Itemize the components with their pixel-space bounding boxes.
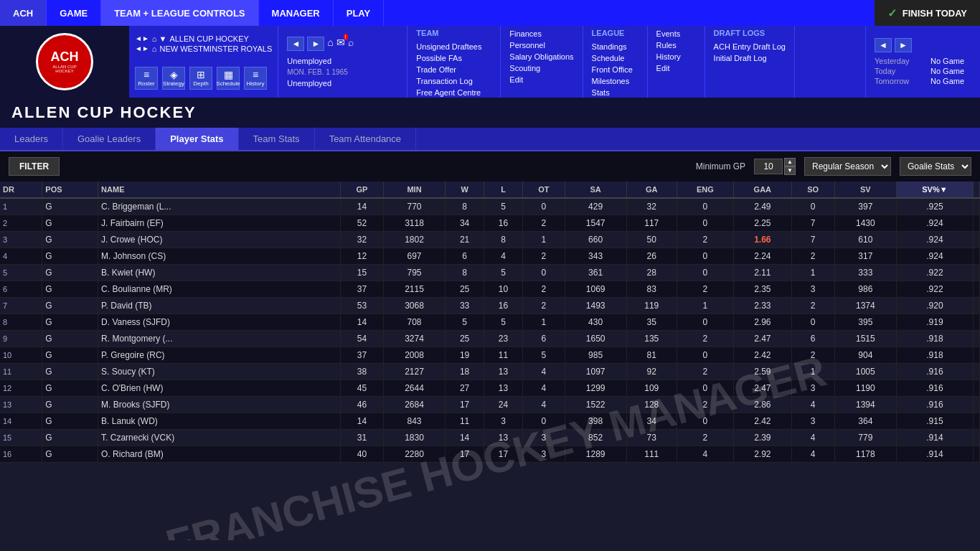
strategy-button[interactable]: ◈ Strategy [162,67,185,90]
standings-link[interactable]: Standings [592,42,639,52]
table-cell: G [42,397,98,413]
table-row[interactable]: 1GC. Briggeman (L...147708504293202.4903… [0,198,980,215]
col-gp[interactable]: GP [340,182,383,198]
next-button[interactable]: ► [307,37,324,51]
league-history-link[interactable]: History [656,52,696,62]
mail-icon[interactable]: ✉! [336,37,345,51]
gp-down-button[interactable]: ▼ [784,166,796,175]
stats-link[interactable]: Stats [592,88,639,98]
tab-leaders[interactable]: Leaders [0,128,63,150]
personnel-link[interactable]: Personnel [509,40,573,50]
col-dr[interactable]: DR [0,182,42,198]
nav-manager[interactable]: MANAGER [259,0,334,26]
table-cell: 398 [565,413,626,430]
table-cell: 2008 [383,347,445,364]
cal-next-button[interactable]: ► [895,38,912,52]
trade-offer-link[interactable]: Trade Offer [416,65,491,75]
rules-link[interactable]: Rules [656,40,696,50]
col-ga[interactable]: GA [626,182,677,198]
nav-team-league[interactable]: TEAM + LEAGUE CONTROLS [101,0,258,26]
initial-draft-log-link[interactable]: Initial Draft Log [714,53,786,63]
table-row[interactable]: 5GB. Kwiet (HW)157958503612802.111333.92… [0,265,980,281]
league-edit-link[interactable]: Edit [656,63,696,73]
col-sv[interactable]: SV [834,182,896,198]
table-cell: 15 [0,430,42,446]
ach-entry-draft-log-link[interactable]: ACH Entry Draft Log [714,42,786,52]
table-cell: 317 [834,248,896,265]
tab-player-stats[interactable]: Player Stats [156,128,238,150]
table-row[interactable]: 14GB. Lanuk (WD)1484311303983402.423364.… [0,413,980,430]
col-eng[interactable]: ENG [677,182,733,198]
scouting-link[interactable]: Scouting [509,63,573,73]
table-cell: 17 [446,397,484,413]
col-pos[interactable]: POS [42,182,98,198]
team-breadcrumb[interactable]: ◄► ⌂ NEW WESTMINSTER ROYALS [135,44,272,53]
nav-play[interactable]: PLAY [334,0,384,26]
table-cell: G [42,331,98,347]
league-breadcrumb[interactable]: ◄► ⌂ ▼ ALLEN CUP HOCKEY [135,34,272,43]
table-row[interactable]: 2GJ. Fairbairn (EF)52311834162154711702.… [0,215,980,232]
transaction-log-link[interactable]: Transaction Log [416,76,491,86]
history-button[interactable]: ≡ History [244,67,267,90]
table-row[interactable]: 12GC. O'Brien (HW)45264427134129910902.4… [0,380,980,397]
home-icon[interactable]: ⌂ [327,37,333,51]
table-cell: 0 [522,198,565,215]
salary-obligations-link[interactable]: Salary Obligations [509,52,573,62]
tab-team-stats[interactable]: Team Stats [239,128,315,150]
table-row[interactable]: 6GC. Boulianne (MR)3721152510210698322.3… [0,281,980,298]
table-row[interactable]: 3GJ. Crowe (HOC)32180221816605021.667610… [0,232,980,248]
events-link[interactable]: Events [656,29,696,39]
table-row[interactable]: 16GO. Richard (BM)40228017173128911142.9… [0,446,980,463]
depth-button[interactable]: ⊞ Depth [189,67,212,90]
nav-ach[interactable]: ACH [0,0,47,26]
table-row[interactable]: 15GT. Czarnecki (VCK)311830141338527322.… [0,430,980,446]
cal-prev-button[interactable]: ◄ [875,38,892,52]
table-row[interactable]: 11GS. Soucy (KT)3821271813410979222.5911… [0,364,980,380]
tab-goalie-leaders[interactable]: Goalie Leaders [63,128,156,150]
col-ot[interactable]: OT [522,182,565,198]
tab-team-attendance[interactable]: Team Attendance [315,128,416,150]
col-gaa[interactable]: GAA [733,182,791,198]
unsigned-draftees-link[interactable]: Unsigned Draftees [416,42,491,52]
prev-button[interactable]: ◄ [287,37,304,51]
nav-game[interactable]: GAME [47,0,101,26]
table-row[interactable]: 13GM. Brooks (SJFD)46268417244152212822.… [0,397,980,413]
finances-link[interactable]: Finances [509,29,573,39]
col-svpct[interactable]: SV%▼ [896,182,973,198]
team-edit-link[interactable]: Edit [509,75,573,85]
table-row[interactable]: 7GP. David (TB)53306833162149311912.3321… [0,298,980,314]
col-sa[interactable]: SA [565,182,626,198]
min-gp-input[interactable] [754,159,783,174]
finish-today-button[interactable]: ✓ FINISH TODAY [875,0,980,26]
table-cell: 397 [834,198,896,215]
table-row[interactable]: 10GP. Gregoire (RC)372008191159858102.42… [0,347,980,364]
stats-table: DR POS NAME GP MIN W L OT SA GA ENG GAA … [0,182,980,463]
table-row[interactable]: 8GD. Vaness (SJFD)147085514303502.960395… [0,314,980,331]
free-agent-centre-link[interactable]: Free Agent Centre [416,88,491,98]
stats-type-select[interactable]: Goalie Stats Skater Stats [900,157,971,176]
milestones-link[interactable]: Milestones [592,76,639,86]
logo-area: ACH ALLAN CUPHOCKEY [0,26,129,98]
table-cell: B. Kwiet (HW) [98,265,341,281]
table-cell: 8 [446,265,484,281]
filter-button[interactable]: FILTER [9,157,60,176]
table-cell: 83 [626,281,677,298]
roster-button[interactable]: ≡ Roster [135,67,158,90]
table-cell: 4 [522,364,565,380]
table-cell-empty [974,413,980,430]
col-l[interactable]: L [484,182,523,198]
table-row[interactable]: 9GR. Montgomery (...54327425236165013522… [0,331,980,347]
table-cell: 14 [446,430,484,446]
col-so[interactable]: SO [791,182,834,198]
search-icon[interactable]: ⌕ [348,37,354,51]
col-name[interactable]: NAME [98,182,341,198]
gp-up-button[interactable]: ▲ [784,158,796,166]
schedule-link[interactable]: Schedule [592,53,639,63]
possible-fas-link[interactable]: Possible FAs [416,53,491,63]
table-row[interactable]: 4GM. Johnson (CS)126976423432602.242317.… [0,248,980,265]
season-select[interactable]: Regular Season Playoffs All [804,157,891,176]
schedule-button[interactable]: ▦ Schedule [217,67,240,90]
front-office-link[interactable]: Front Office [592,65,639,75]
col-min[interactable]: MIN [383,182,445,198]
col-w[interactable]: W [446,182,484,198]
